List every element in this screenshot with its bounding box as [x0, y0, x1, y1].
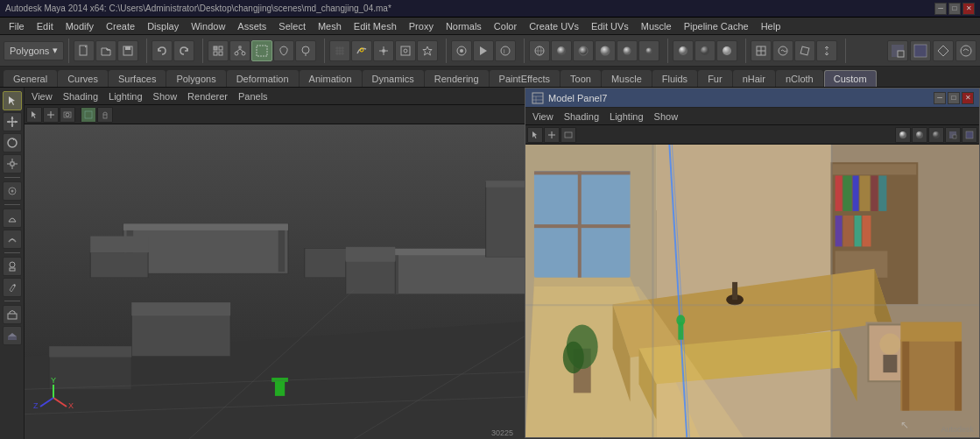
mp-sphere-1[interactable]: [895, 127, 911, 143]
move-tool[interactable]: [3, 112, 22, 131]
menu-select[interactable]: Select: [273, 19, 311, 33]
mp-sphere-2[interactable]: [912, 127, 927, 143]
menu-window[interactable]: Window: [186, 19, 230, 33]
select-tool[interactable]: [3, 91, 22, 110]
tab-toon[interactable]: Toon: [561, 70, 601, 87]
menu-edit[interactable]: Edit: [32, 19, 59, 33]
snap-curve[interactable]: [351, 40, 372, 61]
select-all-button[interactable]: [251, 40, 272, 61]
menu-mesh[interactable]: Mesh: [313, 19, 347, 33]
model-panel-maximize[interactable]: □: [948, 92, 960, 104]
attribute-paint[interactable]: [3, 278, 22, 297]
misc-btn-1[interactable]: [751, 40, 772, 61]
misc-btn-2[interactable]: [772, 40, 793, 61]
tab-muscle[interactable]: Muscle: [602, 70, 652, 87]
vp-menu-show[interactable]: Show: [150, 91, 181, 102]
menu-pipeline-cache[interactable]: Pipeline Cache: [679, 19, 754, 33]
tab-painteffects[interactable]: PaintEffects: [490, 70, 561, 87]
menu-assets[interactable]: Assets: [232, 19, 271, 33]
menu-muscle[interactable]: Muscle: [636, 19, 677, 33]
redo-button[interactable]: [173, 40, 194, 61]
tab-surfaces[interactable]: Surfaces: [109, 70, 166, 87]
tab-polygons[interactable]: Polygons: [166, 70, 225, 87]
tab-general[interactable]: General: [4, 70, 57, 87]
render-current[interactable]: [473, 40, 494, 61]
right-btn-3[interactable]: [933, 40, 954, 61]
display-rough[interactable]: [638, 40, 659, 61]
snap-view[interactable]: [395, 40, 416, 61]
vp-menu-view[interactable]: View: [28, 91, 56, 102]
menu-edit-mesh[interactable]: Edit Mesh: [349, 19, 402, 33]
tab-animation[interactable]: Animation: [300, 70, 362, 87]
mp-btn-right-1[interactable]: [945, 127, 961, 143]
right-btn-2[interactable]: [910, 40, 931, 61]
mp-sphere-3[interactable]: [928, 127, 944, 143]
vp-menu-lighting[interactable]: Lighting: [105, 91, 146, 102]
tab-dynamics[interactable]: Dynamics: [363, 70, 424, 87]
render-settings[interactable]: [451, 40, 472, 61]
paint-select[interactable]: [295, 40, 316, 61]
vp-menu-shading[interactable]: Shading: [60, 91, 102, 102]
mp-menu-lighting[interactable]: Lighting: [606, 111, 647, 122]
open-scene-button[interactable]: [95, 40, 116, 61]
misc-btn-4[interactable]: [816, 40, 837, 61]
transform-constraints[interactable]: [3, 305, 22, 324]
save-scene-button[interactable]: [117, 40, 138, 61]
right-btn-4[interactable]: [955, 40, 976, 61]
light-sphere-1[interactable]: [673, 40, 694, 61]
vp-menu-panels[interactable]: Panels: [235, 91, 271, 102]
vp-menu-renderer[interactable]: Renderer: [184, 91, 231, 102]
snap-grid[interactable]: [329, 40, 350, 61]
mp-menu-show[interactable]: Show: [651, 111, 682, 122]
model-panel-minimize[interactable]: ─: [934, 92, 946, 104]
show-manipulator[interactable]: [3, 181, 22, 201]
tab-custom[interactable]: Custom: [824, 70, 877, 87]
shaded-mode[interactable]: [551, 40, 572, 61]
layout-dropdown[interactable]: Polygons ▾: [4, 41, 64, 60]
right-btn-1[interactable]: [887, 40, 908, 61]
vp-lock-btn[interactable]: [97, 107, 113, 123]
scale-tool[interactable]: [3, 154, 22, 173]
menu-display[interactable]: Display: [142, 19, 184, 33]
tab-nhair[interactable]: nHair: [733, 70, 775, 87]
tab-fur[interactable]: Fur: [698, 70, 732, 87]
tab-rendering[interactable]: Rendering: [425, 70, 489, 87]
vp-active-cam[interactable]: [81, 107, 96, 123]
tab-fluids[interactable]: Fluids: [652, 70, 697, 87]
misc-btn-3[interactable]: [794, 40, 815, 61]
tab-curves[interactable]: Curves: [58, 70, 108, 87]
soft-select[interactable]: [3, 209, 22, 228]
sculpt-tool[interactable]: [3, 230, 22, 249]
light-sphere-3[interactable]: [716, 40, 737, 61]
menu-normals[interactable]: Normals: [441, 19, 487, 33]
menu-create[interactable]: Create: [101, 19, 140, 33]
lasso-select[interactable]: [273, 40, 294, 61]
shaded-wireframe-mode[interactable]: [573, 40, 594, 61]
menu-modify[interactable]: Modify: [60, 19, 99, 33]
model-panel-close[interactable]: ✕: [962, 92, 974, 104]
make-live[interactable]: [417, 40, 438, 61]
display-smooth[interactable]: [595, 40, 616, 61]
ipr-render[interactable]: i: [495, 40, 516, 61]
mp-tool-1[interactable]: [527, 127, 543, 143]
show-grid[interactable]: [3, 326, 22, 345]
maximize-button[interactable]: □: [948, 3, 961, 15]
menu-help[interactable]: Help: [756, 19, 786, 33]
mp-menu-view[interactable]: View: [529, 111, 557, 122]
tab-deformation[interactable]: Deformation: [227, 70, 299, 87]
select-by-component[interactable]: [208, 40, 229, 61]
new-scene-button[interactable]: [74, 40, 95, 61]
mp-tool-3[interactable]: [561, 127, 576, 143]
vp-cam-btn[interactable]: [60, 107, 75, 123]
hypershade-btn[interactable]: [3, 257, 22, 276]
menu-create-uvs[interactable]: Create UVs: [524, 19, 584, 33]
tab-ncloth[interactable]: nCloth: [776, 70, 823, 87]
vp-trans-btn[interactable]: [43, 107, 59, 123]
mp-tool-2[interactable]: [544, 127, 560, 143]
snap-point[interactable]: [373, 40, 394, 61]
minimize-button[interactable]: ─: [934, 3, 947, 15]
close-button[interactable]: ✕: [962, 3, 975, 15]
rotate-tool[interactable]: [3, 133, 22, 152]
vp-sel-btn[interactable]: [26, 107, 42, 123]
mp-btn-right-2[interactable]: [962, 127, 977, 143]
